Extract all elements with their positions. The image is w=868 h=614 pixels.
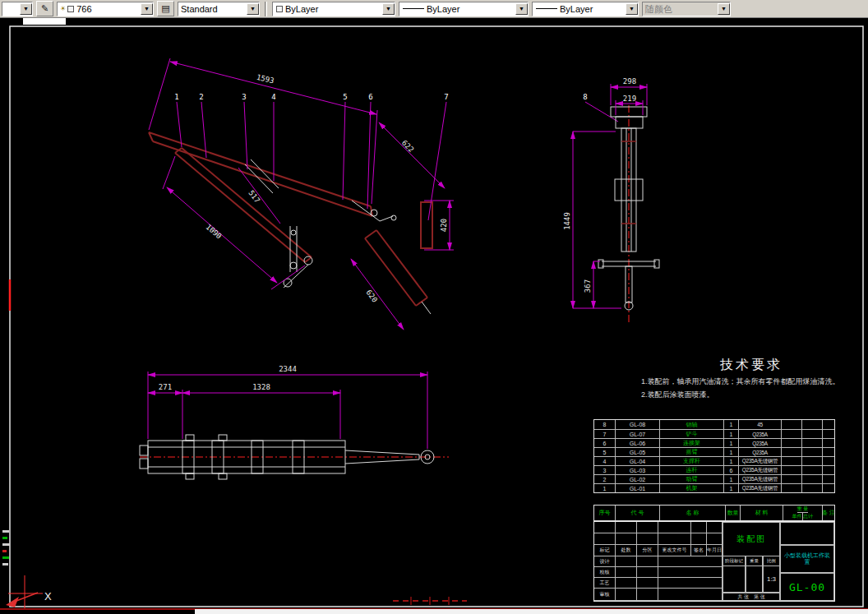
bom-row: 6GL-06连接架1Q235A xyxy=(594,438,834,447)
bom-unit-weight xyxy=(782,457,802,465)
bom-total-weight xyxy=(802,448,823,456)
bom-unit-weight xyxy=(782,466,802,474)
dim-367: 367 xyxy=(584,279,592,293)
bom-material: 45 xyxy=(739,420,782,429)
toolbar-separator xyxy=(265,2,267,16)
tech-requirements: 技术要求 1.装配前，轴承用汽油清洗；其余所有零件都配用煤油清洗。 2.装配后涂… xyxy=(641,357,861,400)
bom-material: Q235A无缝钢管 xyxy=(739,484,782,492)
bom-row: 1GL-01机架1Q235A无缝钢管 xyxy=(594,483,834,492)
sheets-cell: 共 张 第 张 xyxy=(723,593,780,601)
bom-unit-weight xyxy=(782,475,802,483)
bom-qty: 1 xyxy=(724,420,739,429)
bom-total-weight xyxy=(802,457,823,465)
dim-271: 271 xyxy=(159,383,172,391)
label-sheets: 共 张 xyxy=(737,593,749,601)
lineweight-combo-value: ByLayer xyxy=(557,2,626,16)
label-change-file: 更改文件号 xyxy=(658,545,691,556)
bom-name: 连杆 xyxy=(660,466,724,474)
chevron-down-icon[interactable]: ▼ xyxy=(141,3,153,15)
project-name-cell: 小型装载机工作装置 xyxy=(780,545,834,573)
bom-code: GL-03 xyxy=(616,466,660,474)
dim-420: 420 xyxy=(440,219,448,232)
bom-no: 2 xyxy=(594,475,616,483)
bom-header-name: 名 称 xyxy=(660,506,726,520)
layer-state-icons: ☀ xyxy=(58,6,74,12)
bom-qty: 1 xyxy=(724,448,739,456)
pencil-icon: ✎ xyxy=(41,3,48,14)
bom-remark xyxy=(823,420,834,429)
bom-unit-weight xyxy=(782,484,802,492)
ucs-icon: X xyxy=(6,590,52,607)
dim-620: 620 xyxy=(365,289,380,304)
bom-material: Q235A xyxy=(739,439,782,447)
bom-header-no: 序号 xyxy=(594,506,616,520)
balloon-numbers: 1 2 3 4 5 6 7 8 xyxy=(174,93,587,101)
bom-header-unit-weight: 单件 xyxy=(792,513,803,520)
bom-code: GL-08 xyxy=(616,420,660,429)
bom-row: 7GL-07铲斗1Q235A xyxy=(594,429,834,438)
bom-total-weight xyxy=(802,484,823,492)
bom-name: 机架 xyxy=(660,484,724,492)
dim-517: 517 xyxy=(247,189,262,205)
bom-remark xyxy=(823,484,834,492)
bom-total-weight xyxy=(802,420,823,429)
title-block: 标记 处数 分区 更改文件号 签名 年月日 设计 校核 工艺 审核 装配图 阶段… xyxy=(593,521,835,602)
label-sheet-no: 第 张 xyxy=(754,593,765,601)
layer-manager-button[interactable]: ▤ xyxy=(157,1,174,16)
org-cell xyxy=(780,522,834,545)
drawing-type-cell: 装配图 xyxy=(723,522,780,556)
bom-code: GL-06 xyxy=(616,439,660,447)
bom-remark xyxy=(823,448,834,456)
lineweight-combo[interactable]: ByLayer ▼ xyxy=(532,2,639,16)
ucs-mini-combo[interactable]: ▼ xyxy=(2,2,33,16)
text-style-combo[interactable]: Standard ▼ xyxy=(178,2,260,16)
dim-1328: 1328 xyxy=(252,383,270,391)
bom-remark xyxy=(823,475,834,483)
chevron-down-icon[interactable]: ▼ xyxy=(20,3,32,15)
bom-code: GL-01 xyxy=(616,484,660,492)
plan-view-geometry xyxy=(140,435,449,479)
dim-219: 219 xyxy=(623,95,636,103)
linetype-combo[interactable]: ByLayer ▼ xyxy=(399,2,529,16)
bom-name: 摇臂 xyxy=(660,448,724,456)
balloon-6: 6 xyxy=(368,93,372,101)
layer-combo[interactable]: ☀ 766 ▼ xyxy=(57,2,154,16)
balloon-leaders xyxy=(177,102,618,220)
bom-unit-weight xyxy=(782,430,802,438)
signature-grid: 设计 校核 工艺 审核 xyxy=(594,556,723,601)
end-view-geometry xyxy=(598,105,659,324)
bom-header-weight-group: 重 量 单件 总计 xyxy=(783,506,823,520)
bom-header-remark: 备 注 xyxy=(823,506,834,520)
left-edge-marks xyxy=(2,530,10,570)
chevron-down-icon[interactable]: ▼ xyxy=(382,3,395,15)
bom-header-qty: 数量 xyxy=(726,506,741,520)
bottom-scroll-strip[interactable] xyxy=(195,609,868,614)
bom-header-weight: 重 量 xyxy=(797,506,809,513)
bom-no: 3 xyxy=(594,466,616,474)
tech-requirements-line-2: 2.装配后涂装面喷漆。 xyxy=(641,390,861,400)
drawing-number-cell: GL-00 xyxy=(780,573,834,601)
bom-qty: 1 xyxy=(724,484,739,492)
bom-unit-weight xyxy=(782,420,802,429)
bom-code: GL-02 xyxy=(616,475,660,483)
layer-previous-button[interactable]: ✎ xyxy=(36,1,53,16)
label-design: 设计 xyxy=(594,556,616,567)
end-view-dimension-texts: 298 219 1449 367 xyxy=(563,77,636,293)
bom-header-material: 材 料 xyxy=(741,506,783,520)
bom-material: Q235A xyxy=(739,430,782,438)
chevron-down-icon[interactable]: ▼ xyxy=(626,3,638,15)
balloon-2: 2 xyxy=(199,93,203,101)
bom-no: 1 xyxy=(594,484,616,492)
chevron-down-icon: ▼ xyxy=(718,3,730,15)
bom-material: Q235A无缝钢管 xyxy=(739,475,782,483)
dim-1449: 1449 xyxy=(563,212,571,230)
layer-combo-value: 766 xyxy=(74,2,141,16)
bom-row: 4GL-04支撑杆1Q235A无缝钢管 xyxy=(594,456,834,465)
bom-material: Q235A无缝钢管 xyxy=(739,466,782,474)
plan-view-dimensions xyxy=(148,372,427,449)
bom-remark xyxy=(823,466,834,474)
color-combo[interactable]: ByLayer ▼ xyxy=(272,2,395,16)
chevron-down-icon[interactable]: ▼ xyxy=(247,3,259,15)
chevron-down-icon[interactable]: ▼ xyxy=(515,3,528,15)
balloon-3: 3 xyxy=(242,93,246,101)
